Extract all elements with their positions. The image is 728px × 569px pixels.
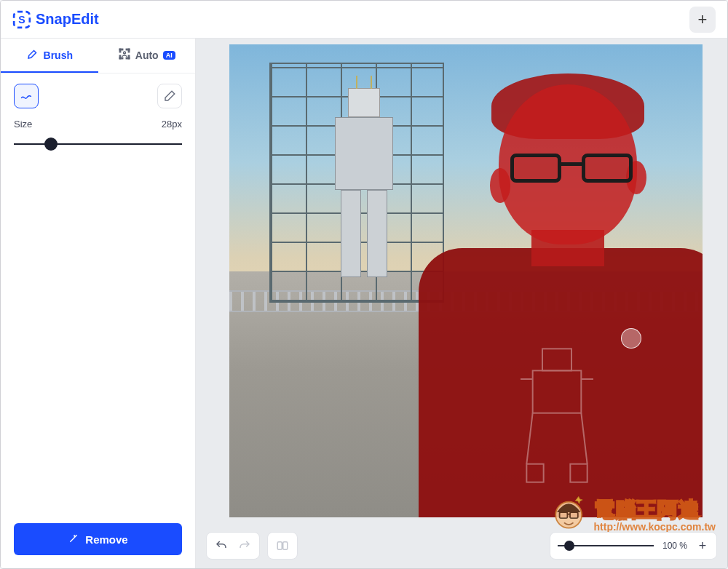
background-robot xyxy=(324,88,404,284)
svg-rect-3 xyxy=(119,49,121,52)
zoom-value: 100 % xyxy=(661,541,689,551)
eraser-tool-button[interactable] xyxy=(157,84,182,108)
svg-line-14 xyxy=(581,413,587,464)
glasses-icon xyxy=(510,154,633,186)
svg-line-13 xyxy=(526,413,532,464)
remove-button-label: Remove xyxy=(85,533,127,546)
app-name: SnapEdit xyxy=(36,11,99,28)
selection-mask xyxy=(404,73,703,517)
svg-rect-11 xyxy=(542,349,571,370)
ai-badge: AI xyxy=(163,51,175,60)
svg-rect-7 xyxy=(119,55,121,59)
size-label: Size xyxy=(14,119,32,130)
tab-brush[interactable]: Brush xyxy=(1,39,98,73)
tab-brush-label: Brush xyxy=(44,49,73,61)
zoom-in-button[interactable]: + xyxy=(696,538,709,554)
brush-cursor-indicator xyxy=(621,328,641,349)
app-header: S SnapEdit + xyxy=(1,1,727,39)
brush-size-slider[interactable] xyxy=(14,134,182,154)
svg-rect-15 xyxy=(526,464,543,482)
tab-auto-label: Auto xyxy=(135,49,159,61)
svg-point-10 xyxy=(123,52,125,54)
tool-tabs: Brush Auto AI xyxy=(1,39,195,73)
auto-detect-icon xyxy=(118,47,131,63)
compare-button[interactable] xyxy=(271,534,294,557)
svg-rect-16 xyxy=(570,464,587,482)
svg-rect-23 xyxy=(277,542,282,550)
slider-thumb[interactable] xyxy=(44,138,58,151)
tab-auto[interactable]: Auto AI xyxy=(98,39,196,73)
remove-button[interactable]: Remove xyxy=(14,523,182,555)
redo-button[interactable] xyxy=(233,534,256,557)
undo-button[interactable] xyxy=(210,534,233,557)
draw-tool-button[interactable] xyxy=(14,84,39,108)
size-value: 28px xyxy=(162,119,182,130)
brush-icon xyxy=(26,47,39,63)
add-button[interactable]: + xyxy=(689,7,716,33)
svg-rect-24 xyxy=(283,542,288,550)
app-logo[interactable]: S SnapEdit xyxy=(12,10,99,29)
svg-rect-5 xyxy=(128,49,130,52)
svg-rect-12 xyxy=(533,370,582,413)
svg-text:S: S xyxy=(18,14,25,25)
svg-rect-9 xyxy=(128,55,130,59)
zoom-control: 100 % + xyxy=(550,532,717,560)
bottom-toolbar: 100 % + xyxy=(206,530,717,561)
image-canvas[interactable] xyxy=(229,44,703,517)
brush-panel: Size 28px xyxy=(1,73,195,523)
plus-icon: + xyxy=(698,10,708,29)
sidebar: Brush Auto AI Size 28px xyxy=(1,39,196,568)
magic-wand-icon xyxy=(68,533,79,546)
zoom-slider[interactable] xyxy=(558,545,654,546)
zoom-slider-thumb[interactable] xyxy=(564,541,574,551)
logo-icon: S xyxy=(12,10,31,29)
canvas-area: 電腦王阿達 http://www.kocpc.com.tw xyxy=(196,39,727,568)
